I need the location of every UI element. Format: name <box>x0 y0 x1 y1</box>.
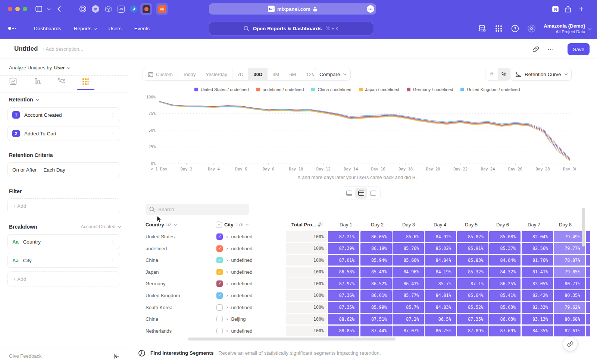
expand-row-icon[interactable]: › <box>226 328 228 333</box>
retention-chart[interactable]: 0%25%50%75%100%< 1 DayDay 2Day 4Day 6Day… <box>141 94 576 175</box>
extension-js-icon[interactable]: JS <box>115 3 127 15</box>
retention-cell[interactable]: 83.05% <box>522 278 553 289</box>
expand-row-icon[interactable]: › <box>226 269 228 274</box>
retention-cell[interactable]: 86.5% <box>425 314 456 324</box>
retention-cell[interactable]: 86.05% <box>360 231 392 242</box>
retention-cell[interactable]: 85.83% <box>457 255 488 266</box>
extension-password-icon[interactable] <box>77 3 89 15</box>
city-column-header[interactable]: – City176 <box>216 222 284 228</box>
legend-item[interactable]: Germany / undefined <box>407 87 453 92</box>
retention-cell[interactable]: 86.25% <box>489 278 521 289</box>
retention-cell[interactable]: 88.62% <box>328 314 359 324</box>
format-number-button[interactable]: # <box>485 68 498 80</box>
nav-link-dashboards[interactable]: Dashboards <box>28 26 68 31</box>
retention-cell[interactable]: 87.35% <box>328 302 359 313</box>
address-bar[interactable]: mixpanel.com ••• <box>209 3 376 15</box>
retention-cell[interactable]: 78.87% <box>554 255 585 266</box>
chart-view-toggle[interactable] <box>343 188 355 199</box>
retention-cell[interactable]: 85.91% <box>457 243 488 254</box>
retention-cell[interactable]: 80.68% <box>554 314 585 324</box>
breakdown-card-city[interactable]: Aa City ⋮ <box>7 253 120 268</box>
retention-cell[interactable]: 85.03% <box>489 302 521 313</box>
range-3m[interactable]: 3M <box>268 68 284 80</box>
retention-cell[interactable]: 84.83% <box>425 302 456 313</box>
save-button[interactable]: Save <box>568 43 590 55</box>
expand-row-icon[interactable]: › <box>226 234 228 239</box>
retention-cell[interactable]: 80.35% <box>554 290 585 301</box>
legend-item[interactable]: Japan / undefined <box>359 87 399 92</box>
retention-cell[interactable]: 79.77% <box>554 243 585 254</box>
retention-cell[interactable]: 87.2% <box>393 314 424 324</box>
retention-cell[interactable]: 86.52% <box>360 278 392 289</box>
tab-retention[interactable] <box>82 78 90 89</box>
expand-row-icon[interactable]: › <box>226 293 228 298</box>
vertical-scrollbar[interactable] <box>582 208 585 247</box>
retention-cell[interactable]: 82.42% <box>522 290 553 301</box>
retention-cell[interactable]: 85.94% <box>360 255 392 266</box>
nav-link-events[interactable]: Events <box>128 26 156 31</box>
row-checkbox[interactable] <box>216 316 223 322</box>
range-yesterday[interactable]: Yesterday <box>201 68 232 80</box>
retention-cell[interactable]: 85.52% <box>457 302 488 313</box>
retention-cell[interactable]: 87.51% <box>360 314 392 324</box>
add-breakdown-button[interactable]: + Add <box>7 272 120 286</box>
retention-cell[interactable]: 84.81% <box>425 290 456 301</box>
sidebar-toggle-icon[interactable] <box>34 4 43 13</box>
retention-cell[interactable]: 84.19% <box>425 267 456 277</box>
settings-gear-icon[interactable] <box>525 22 538 35</box>
day-column-header[interactable]: Day 3 <box>388 222 419 228</box>
project-switcher[interactable]: Amazonia {Demo} All Project Data <box>544 23 590 34</box>
breakdown-card-country[interactable]: Aa Country ⋮ <box>7 234 120 249</box>
total-column-header[interactable]: Total Pro... <box>284 222 325 228</box>
retention-cell[interactable]: 86.19% <box>360 243 392 254</box>
retention-cell[interactable]: 85.32% <box>457 267 488 277</box>
format-percent-button[interactable]: % <box>498 68 510 80</box>
retention-section-label[interactable]: Retention <box>9 97 38 103</box>
horizontal-scrollbar[interactable] <box>188 338 396 341</box>
day-column-header[interactable]: Day 8 <box>545 222 576 228</box>
retention-cell[interactable]: 87.39% <box>328 243 359 254</box>
criteria-card[interactable]: On or After Each Day <box>7 162 120 177</box>
retention-cell[interactable]: 88.85% <box>328 326 359 336</box>
range-7d[interactable]: 7D <box>232 68 249 80</box>
legend-item[interactable]: United Kingdom / undefined <box>460 87 520 92</box>
retention-cell[interactable]: 85.37% <box>489 243 521 254</box>
day-column-header[interactable]: Day 7 <box>513 222 545 228</box>
kebab-menu-icon[interactable]: ⋮ <box>110 259 115 262</box>
segments-title[interactable]: Find Interesting Segments <box>150 350 214 356</box>
retention-cell[interactable]: 85.49% <box>360 267 392 277</box>
retention-cell[interactable]: 82.33% <box>522 302 553 313</box>
range-custom[interactable]: Custom <box>143 68 178 80</box>
retention-cell[interactable]: 87.89% <box>457 326 488 336</box>
collapse-sidebar-icon[interactable] <box>113 354 119 359</box>
range-30d[interactable]: 30D <box>249 68 268 80</box>
retention-cell[interactable]: 85.82% <box>457 231 488 242</box>
expand-row-icon[interactable]: › <box>226 281 228 286</box>
window-zoom-button[interactable] <box>23 7 27 11</box>
kebab-menu-icon[interactable]: ⋮ <box>110 132 115 135</box>
extension-reader-icon[interactable] <box>140 3 152 15</box>
day-column-header[interactable]: Day 6 <box>482 222 513 228</box>
row-checkbox[interactable]: ✓ <box>216 245 223 252</box>
extension-cube-icon[interactable] <box>102 3 114 15</box>
retention-cell[interactable]: 82.04% <box>522 231 553 242</box>
retention-cell[interactable]: 85.7% <box>425 278 456 289</box>
retention-cell[interactable]: 85.08% <box>489 231 521 242</box>
retention-cell[interactable]: 87.97% <box>328 278 359 289</box>
row-checkbox[interactable] <box>216 328 223 334</box>
analyze-value[interactable]: User <box>54 65 65 70</box>
expand-row-icon[interactable]: › <box>226 246 228 251</box>
retention-cell[interactable]: 80.71% <box>554 278 585 289</box>
tab-insights[interactable] <box>9 78 17 89</box>
mixpanel-logo[interactable] <box>8 27 16 30</box>
day-column-header[interactable]: Day 2 <box>357 222 388 228</box>
retention-cell[interactable]: 81.76% <box>522 255 553 266</box>
day-column-header[interactable]: Day 4 <box>419 222 451 228</box>
row-checkbox[interactable]: ✓ <box>216 233 223 240</box>
apps-grid-icon[interactable] <box>492 22 505 35</box>
notion-icon[interactable]: N <box>551 4 560 13</box>
tab-flows[interactable] <box>57 78 66 89</box>
kebab-menu-icon[interactable]: ⋮ <box>110 113 115 116</box>
kebab-menu-icon[interactable]: ⋮ <box>110 240 115 243</box>
retention-cell[interactable]: 83.13% <box>522 314 553 324</box>
